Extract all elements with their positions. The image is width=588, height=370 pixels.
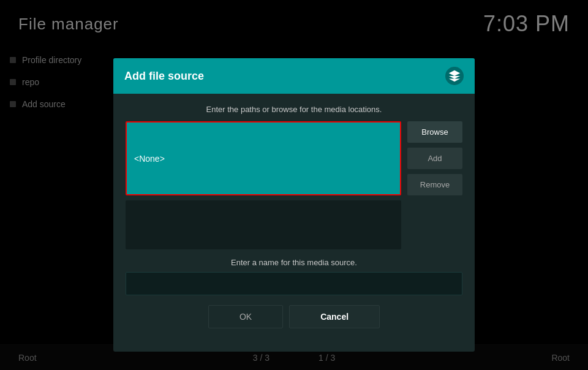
name-instruction: Enter a name for this media source. <box>126 258 462 267</box>
side-buttons: Browse Add Remove <box>407 121 462 195</box>
ok-button[interactable]: OK <box>208 305 283 328</box>
path-list <box>126 200 401 249</box>
media-source-name-input[interactable] <box>126 272 462 295</box>
dialog-title: Add file source <box>124 70 204 83</box>
remove-button[interactable]: Remove <box>407 174 462 195</box>
side-spacer <box>407 200 462 249</box>
dialog-footer: OK Cancel <box>126 305 462 341</box>
add-file-source-dialog: Add file source Enter the paths or brows… <box>113 58 475 352</box>
path-row: Browse Add Remove <box>126 121 462 195</box>
dialog-header: Add file source <box>113 58 475 94</box>
kodi-icon <box>448 69 461 83</box>
cancel-button[interactable]: Cancel <box>289 305 380 328</box>
dialog-body: Enter the paths or browse for the media … <box>113 94 475 352</box>
path-input[interactable] <box>126 121 401 195</box>
dialog-close-button[interactable] <box>445 67 464 85</box>
browse-button[interactable]: Browse <box>407 121 462 143</box>
add-button[interactable]: Add <box>407 148 462 169</box>
path-list-row <box>126 200 462 249</box>
path-instruction: Enter the paths or browse for the media … <box>126 105 462 114</box>
